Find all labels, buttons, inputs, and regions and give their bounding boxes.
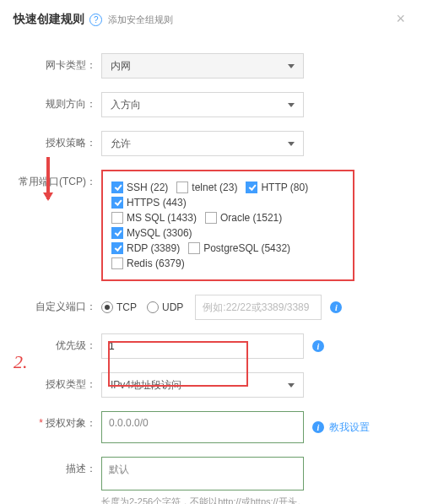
dialog-body: 网卡类型： 内网 规则方向： 入方向 授权策略： 允许 [0, 38, 422, 504]
direction-select[interactable]: 入方向 [101, 92, 304, 117]
label-nic-type: 网卡类型： [0, 53, 101, 73]
common-ports-group: SSH (22)telnet (23)HTTP (80)HTTPS (443)M… [101, 170, 354, 281]
label-auth-object: 授权对象： [0, 411, 101, 431]
radio-icon [101, 301, 113, 313]
close-icon[interactable]: × [392, 10, 408, 28]
protocol-tcp-radio[interactable]: TCP [101, 301, 137, 313]
dialog-header: 快速创建规则 ?添加安全组规则 × [0, 0, 422, 38]
chevron-down-icon [288, 142, 295, 146]
label-policy: 授权策略： [0, 131, 101, 150]
chevron-down-icon [288, 64, 295, 68]
checkbox-icon [205, 212, 217, 224]
help-icon[interactable]: ? [89, 14, 102, 26]
chevron-down-icon [288, 383, 295, 387]
radio-icon [147, 301, 159, 313]
protocol-udp-radio[interactable]: UDP [147, 301, 183, 313]
checkbox-icon [111, 257, 123, 269]
policy-value: 允许 [111, 137, 131, 151]
chevron-down-icon [288, 103, 295, 107]
port-checkbox[interactable]: Redis (6379) [111, 257, 185, 269]
label-common-ports: 常用端口(TCP)： [0, 170, 101, 189]
label-priority: 优先级： [0, 333, 101, 353]
description-hint: 长度为2-256个字符，不能以http://或https://开头。 [101, 496, 306, 504]
label-description: 描述： [0, 457, 101, 476]
custom-port-input[interactable]: 例如:22/22或3389/3389 [195, 295, 322, 320]
policy-select[interactable]: 允许 [101, 131, 304, 156]
teach-me-link[interactable]: 教我设置 [329, 420, 370, 435]
nic-type-value: 内网 [111, 59, 131, 73]
info-icon[interactable]: i [330, 301, 342, 313]
label-custom-port: 自定义端口： [0, 295, 101, 314]
port-checkbox[interactable]: HTTPS (443) [111, 197, 187, 209]
port-checkbox[interactable]: HTTP (80) [246, 182, 308, 193]
port-checkbox[interactable]: RDP (3389) [111, 242, 180, 254]
port-checkbox[interactable]: MS SQL (1433) [111, 212, 197, 224]
port-checkbox[interactable]: SSH (22) [111, 182, 168, 193]
port-checkbox[interactable]: Oracle (1521) [205, 212, 282, 224]
direction-value: 入方向 [111, 98, 141, 112]
checkbox-icon [111, 242, 123, 254]
annotation-arrow [46, 157, 50, 199]
port-checkbox[interactable]: PostgreSQL (5432) [188, 242, 290, 254]
auth-type-select[interactable]: IPv4地址段访问 [101, 372, 304, 398]
nic-type-select[interactable]: 内网 [101, 53, 304, 79]
annotation-2: 2. [14, 351, 28, 373]
port-checkbox[interactable]: MySQL (3306) [111, 227, 192, 239]
priority-input[interactable]: 1 [101, 333, 304, 359]
checkbox-icon [111, 182, 123, 193]
auth-object-input[interactable]: 0.0.0.0/0 [101, 411, 304, 443]
checkbox-icon [111, 197, 123, 209]
description-input[interactable]: 默认 [101, 457, 304, 490]
info-icon[interactable]: i [312, 421, 324, 433]
dialog-subtitle: 添加安全组规则 [108, 14, 173, 24]
dialog-title: 快速创建规则 [14, 12, 84, 25]
checkbox-icon [176, 182, 188, 193]
label-auth-type: 授权类型： [0, 372, 101, 392]
checkbox-icon [246, 182, 257, 193]
auth-type-value: IPv4地址段访问 [111, 378, 181, 393]
checkbox-icon [111, 212, 123, 224]
label-direction: 规则方向： [0, 92, 101, 111]
port-checkbox[interactable]: telnet (23) [176, 182, 237, 193]
checkbox-icon [111, 227, 123, 239]
quick-create-rule-dialog: 快速创建规则 ?添加安全组规则 × 网卡类型： 内网 规则方向： 入方向 [0, 0, 422, 504]
info-icon[interactable]: i [312, 340, 324, 352]
checkbox-icon [188, 242, 200, 254]
